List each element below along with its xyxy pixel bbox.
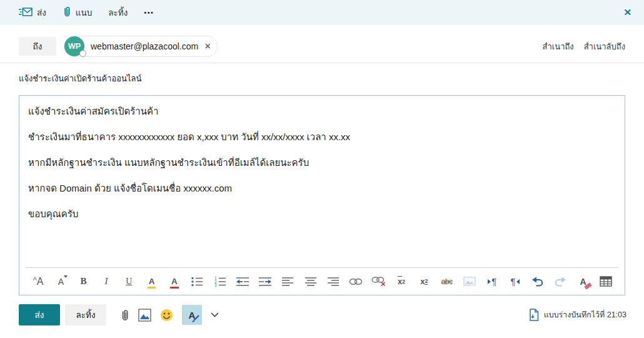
align-center-icon [304, 277, 317, 287]
table-icon [600, 276, 612, 287]
font-size-dropdown-icon [64, 275, 68, 278]
increase-indent-icon [258, 276, 272, 287]
insert-link-button[interactable] [347, 272, 365, 292]
message-body-editor[interactable]: แจ้งชำระเงินค่าสมัครเปิดร้านค้า ชำระเงิน… [19, 95, 625, 295]
insert-emoji-button[interactable] [160, 309, 173, 322]
strikethrough-button[interactable]: abc [438, 272, 456, 292]
font-name-button[interactable]: AA [29, 272, 47, 292]
font-size-glyph: A [58, 277, 64, 287]
discard-command-label: ละทิ้ง [108, 6, 128, 19]
redo-button[interactable] [551, 272, 569, 292]
bullet-list-button[interactable] [188, 272, 206, 292]
cc-link[interactable]: สำเนาถึง [543, 40, 574, 53]
align-left-icon [281, 277, 294, 287]
paperclip-icon [120, 309, 129, 322]
subscript-script-glyph: 2 [425, 278, 428, 285]
picture-icon [138, 309, 151, 322]
discard-command[interactable]: ละทิ้ง [108, 6, 128, 19]
highlight-color-button[interactable]: A [143, 272, 161, 292]
inline-image-icon [463, 277, 476, 287]
to-button[interactable]: ถึง [19, 37, 56, 56]
italic-button[interactable]: I [98, 272, 115, 292]
bcc-link[interactable]: สำเนาลับถึง [584, 40, 625, 53]
draft-saved-icon [529, 309, 539, 321]
superscript-button[interactable]: x2 [393, 272, 410, 292]
font-color-glyph: A [171, 277, 178, 286]
undo-icon [531, 276, 544, 287]
subscript-button[interactable]: x2 [415, 272, 433, 292]
discard-button[interactable]: ละทิ้ง [65, 304, 106, 325]
recipient-avatar: WP [64, 36, 84, 56]
close-compose-button[interactable]: ✕ [620, 6, 635, 19]
bold-glyph: B [81, 276, 87, 287]
more-insert-options-button[interactable] [211, 312, 219, 317]
close-icon: ✕ [623, 7, 631, 18]
redo-icon [554, 276, 566, 287]
send-command[interactable]: ส่ง [19, 6, 46, 19]
font-name-glyph: A [37, 276, 44, 287]
insert-table-button[interactable] [597, 272, 615, 292]
ltr-arrow-icon [488, 279, 491, 284]
numbered-list-button[interactable]: 123 [211, 272, 229, 292]
recipient-email: webmaster@plazacool.com [91, 41, 198, 51]
align-right-icon [327, 277, 340, 287]
numbered-list-icon: 123 [214, 276, 226, 287]
bold-button[interactable]: B [75, 272, 93, 292]
undo-button[interactable] [529, 272, 546, 292]
recipients-divider [0, 63, 644, 63]
underline-button[interactable]: U [120, 272, 138, 292]
send-button[interactable]: ส่ง [19, 304, 60, 325]
body-line: แจ้งชำระเงินค่าสมัครเปิดร้านค้า [28, 104, 615, 119]
more-options-button[interactable]: ••• [144, 9, 154, 16]
bullet-list-icon [191, 276, 203, 287]
attach-file-button[interactable] [120, 309, 129, 322]
send-button-label: ส่ง [35, 310, 44, 320]
underline-glyph: U [126, 277, 132, 287]
superscript-script-glyph: 2 [402, 279, 405, 285]
message-body-text: แจ้งชำระเงินค่าสมัครเปิดร้านค้า ชำระเงิน… [19, 96, 625, 222]
remove-link-button[interactable] [370, 272, 388, 292]
compose-action-bar: ส่ง ละทิ้ง A [19, 303, 626, 327]
subscript-base-glyph: x [420, 277, 425, 286]
draft-status: แบบร่างบันทึกไว้ที่ 21:03 [529, 309, 626, 321]
discard-button-label: ละทิ้ง [76, 310, 95, 320]
formatting-toolbar-row: AA A B I U A A [19, 268, 625, 295]
send-mail-icon [19, 7, 33, 19]
brush-icon [191, 314, 201, 323]
font-color-bar [170, 287, 179, 289]
ltr-paragraph-button[interactable]: ¶ [483, 272, 501, 292]
font-size-button[interactable]: A [52, 272, 69, 292]
align-center-button[interactable] [302, 272, 319, 292]
ellipsis-icon: ••• [144, 9, 154, 16]
attach-command[interactable]: แนบ [63, 6, 93, 19]
decrease-indent-icon [236, 276, 249, 287]
cc-bcc-links: สำเนาถึง สำเนาลับถึง [543, 40, 625, 53]
increase-indent-button[interactable] [256, 272, 274, 292]
italic-glyph: I [104, 276, 108, 287]
rtl-paragraph-button[interactable]: ¶ [506, 272, 524, 292]
send-command-label: ส่ง [37, 6, 46, 19]
formatting-options-toggle[interactable]: A [182, 305, 202, 325]
superscript-base-glyph: x [398, 277, 402, 286]
paperclip-icon [63, 6, 71, 19]
insert-picture-button[interactable] [138, 309, 151, 322]
compose-command-bar: ส่ง แนบ ละทิ้ง ••• ✕ [0, 0, 644, 25]
body-line: หากมีหลักฐานชำระเงิน แนบหลักฐานชำระเงินเ… [28, 155, 615, 170]
subject-input[interactable]: แจ้งชำระเงินค่าเปิดร้านค้าออนไลน์ [19, 72, 625, 85]
attach-command-label: แนบ [76, 6, 93, 19]
clear-formatting-button[interactable]: A [575, 272, 592, 292]
recipient-pill[interactable]: WP webmaster@plazacool.com ✕ [64, 36, 218, 57]
highlight-color-bar [148, 287, 156, 289]
body-line: ชำระเงินมาที่ธนาคาร xxxxxxxxxxxx ยอด x,x… [28, 130, 615, 145]
decrease-indent-button[interactable] [234, 272, 251, 292]
align-left-button[interactable] [279, 272, 296, 292]
rtl-pilcrow-glyph: ¶ [511, 276, 516, 287]
body-line: หากจด Domain ด้วย แจ้งชื่อโดเมนชื่อ xxxx… [28, 181, 615, 196]
remove-recipient-button[interactable]: ✕ [204, 42, 211, 51]
link-icon [349, 277, 363, 286]
recipients-row: ถึง WP webmaster@plazacool.com ✕ สำเนาถึ… [19, 34, 625, 58]
align-right-button[interactable] [325, 272, 342, 292]
font-color-button[interactable]: A [166, 272, 183, 292]
insert-inline-image-button[interactable] [461, 272, 478, 292]
strikethrough-glyph: abc [441, 277, 453, 286]
